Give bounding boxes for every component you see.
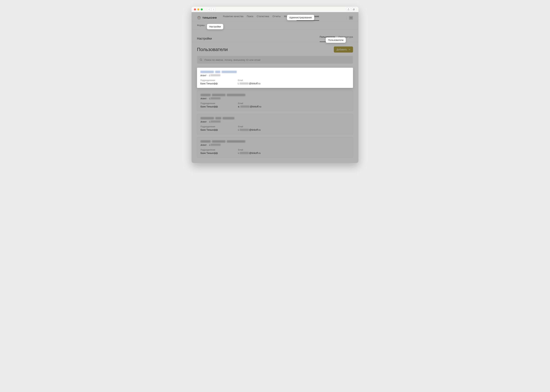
user-login: i.: [209, 74, 220, 77]
app-header: ТИНЬКОФФ Развитие качества Поиск Статист…: [192, 12, 358, 21]
email-value: в.@tinkoff.ru: [238, 105, 261, 108]
user-list: Агент · i.ПодразделениеБанк ТинькоффEmai…: [192, 64, 358, 163]
tabs-icon: [353, 8, 355, 10]
minimize-window-button[interactable]: [197, 8, 199, 10]
app-viewport: ТИНЬКОФФ Развитие качества Поиск Статист…: [192, 12, 358, 163]
close-window-button[interactable]: [194, 8, 196, 10]
traffic-lights: [194, 8, 203, 10]
email-label: Email: [238, 79, 261, 82]
search-input[interactable]: Поиск по имени, логину, внешнему ID или …: [197, 56, 353, 64]
department-label: Подразделение: [200, 79, 218, 82]
brand-name: ТИНЬКОФФ: [202, 16, 217, 19]
share-button[interactable]: [346, 8, 351, 11]
page-header: Пользователи Добавить: [192, 42, 358, 53]
callout-nav-admin: Администрирование: [287, 15, 314, 20]
chevron-right-icon: [213, 9, 214, 10]
user-role: Агент: [200, 120, 207, 123]
email-label: Email: [238, 149, 261, 151]
department-label: Подразделение: [200, 102, 218, 105]
user-name-redacted: [200, 71, 350, 73]
back-button[interactable]: [207, 8, 211, 11]
user-login: i.: [209, 120, 221, 123]
department-value: Банк Тинькофф: [200, 82, 218, 85]
user-name-redacted: [200, 117, 350, 119]
window-titlebar: [192, 7, 358, 12]
header-right: [346, 16, 353, 20]
main-nav-quality[interactable]: Развитие качества: [223, 15, 243, 21]
user-login: i.: [209, 144, 221, 146]
user-role-row: Агент · i.: [200, 74, 350, 77]
tabs-button[interactable]: [352, 8, 356, 11]
main-nav-reports[interactable]: Отчеты: [272, 15, 281, 21]
department-label: Подразделение: [200, 149, 218, 151]
chevron-left-icon: [208, 9, 210, 10]
svg-rect-2: [350, 17, 352, 19]
user-role: Агент: [200, 97, 207, 100]
user-card[interactable]: Агент · i.ПодразделениеБанк ТинькоффEmai…: [197, 114, 353, 134]
user-role-row: Агент · i.: [200, 97, 350, 100]
email-value: i.@tinkoff.ru: [238, 82, 261, 85]
user-name-redacted: [200, 140, 350, 143]
department-value: Банк Тинькофф: [200, 105, 218, 108]
brand-logo-icon: [197, 16, 201, 20]
callout-subnav: Настройки: [207, 24, 223, 29]
email-value: i.@tinkoff.ru: [238, 152, 261, 154]
department-value: Банк Тинькофф: [200, 128, 218, 131]
main-nav-stats[interactable]: Статистика: [257, 15, 269, 21]
forward-button[interactable]: [212, 8, 215, 11]
email-label: Email: [238, 102, 261, 105]
department-label: Подразделение: [200, 126, 218, 128]
share-icon: [347, 8, 350, 10]
email-label: Email: [238, 126, 261, 128]
user-card[interactable]: Агент · i.ПодразделениеБанк ТинькоффEmai…: [197, 68, 353, 88]
maximize-window-button[interactable]: [201, 8, 203, 10]
user-role: Агент: [200, 74, 207, 77]
email-value: i.@tinkoff.ru: [238, 128, 261, 131]
user-name-redacted: [200, 94, 350, 96]
page-title: Пользователи: [197, 47, 228, 52]
chevron-down-icon: [349, 49, 350, 50]
user-role: Агент: [200, 144, 207, 146]
notifications-button[interactable]: [349, 16, 353, 20]
brand[interactable]: ТИНЬКОФФ: [197, 16, 217, 20]
user-role-row: Агент · i.: [200, 144, 350, 146]
section-title: Настройки: [197, 37, 212, 40]
svg-point-3: [200, 59, 202, 60]
user-login: i.: [209, 97, 221, 100]
user-card[interactable]: Агент · i.ПодразделениеБанк ТинькоффEmai…: [197, 91, 353, 111]
history-nav: [207, 8, 215, 11]
user-card[interactable]: Агент · i.ПодразделениеБанк ТинькоффEmai…: [197, 137, 353, 158]
department-value: Банк Тинькофф: [200, 152, 218, 154]
search-icon: [200, 58, 202, 61]
subnav-forms[interactable]: Формы: [197, 24, 205, 29]
envelope-icon: [350, 17, 352, 19]
add-button[interactable]: Добавить: [334, 47, 353, 53]
main-nav-search[interactable]: Поиск: [247, 15, 253, 21]
add-button-label: Добавить: [336, 48, 347, 51]
callout-section-tab: Пользователи: [326, 37, 346, 43]
user-role-row: Агент · i.: [200, 120, 350, 123]
search-placeholder: Поиск по имени, логину, внешнему ID или …: [204, 58, 260, 61]
browser-window: ТИНЬКОФФ Развитие качества Поиск Статист…: [192, 7, 358, 163]
